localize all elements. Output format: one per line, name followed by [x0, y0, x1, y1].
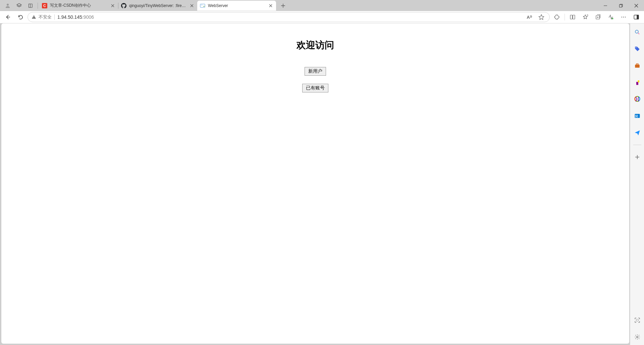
github-favicon-icon [121, 3, 126, 8]
new-user-button[interactable]: 新用户 [305, 67, 326, 76]
back-button[interactable] [2, 12, 13, 22]
favorite-icon[interactable] [537, 14, 546, 20]
profile-icon[interactable] [2, 0, 13, 11]
new-tab-button[interactable] [278, 1, 288, 11]
svg-point-11 [622, 17, 622, 17]
tab-title: WebServer [208, 3, 265, 8]
warning-icon [31, 14, 37, 20]
refresh-button[interactable] [15, 12, 26, 22]
page-heading: 欢迎访问 [1, 39, 629, 52]
office-icon[interactable] [632, 94, 643, 105]
svg-rect-7 [570, 15, 572, 19]
send-icon[interactable] [632, 127, 643, 138]
tab-title: 写文章-CSDN创作中心 [50, 3, 107, 8]
close-icon[interactable] [268, 3, 273, 8]
svg-rect-8 [573, 15, 575, 19]
split-screen-icon[interactable] [567, 12, 578, 22]
toolbox-icon[interactable] [632, 60, 643, 71]
read-aloud-icon[interactable]: A⁾⁾ [525, 15, 534, 20]
performance-icon[interactable] [605, 12, 616, 22]
games-icon[interactable] [632, 77, 643, 88]
sidebar [630, 23, 644, 345]
outlook-icon[interactable] [632, 111, 643, 121]
close-icon[interactable] [110, 3, 115, 8]
toolbar: 不安全 1.94.50.145:9006 A⁾⁾ [0, 11, 644, 23]
svg-point-0 [7, 4, 9, 6]
existing-account-button[interactable]: 已有账号 [302, 84, 328, 92]
close-icon[interactable] [189, 3, 195, 8]
favorites-icon[interactable] [580, 12, 591, 22]
tab-webserver[interactable]: WebServer [197, 1, 276, 11]
svg-point-17 [636, 47, 636, 48]
extensions-icon[interactable] [551, 12, 562, 22]
tab-github[interactable]: qinguoyi/TinyWebServer: :fire: Lin [118, 1, 197, 11]
page-viewport: 欢迎访问 新用户 已有账号 [1, 23, 629, 344]
page-content: 欢迎访问 新用户 已有账号 [1, 23, 629, 92]
svg-rect-2 [29, 4, 31, 7]
svg-point-10 [612, 18, 613, 19]
more-icon[interactable] [618, 12, 629, 22]
separator [54, 14, 55, 20]
csdn-favicon-icon: C [42, 3, 47, 8]
security-text: 不安全 [39, 14, 52, 20]
url-text: 1.94.50.145:9006 [57, 14, 522, 20]
close-window-button[interactable] [629, 0, 644, 11]
settings-icon[interactable] [632, 332, 643, 342]
minimize-button[interactable] [598, 0, 613, 11]
collections-icon[interactable] [592, 12, 604, 22]
separator [38, 3, 38, 9]
svg-point-12 [623, 17, 624, 17]
svg-rect-6 [620, 5, 622, 7]
svg-point-5 [202, 5, 203, 5]
search-icon[interactable] [632, 27, 643, 38]
separator [633, 145, 641, 145]
svg-rect-19 [636, 64, 638, 65]
webserver-favicon-icon [200, 3, 205, 8]
sidebar-toggle-icon[interactable] [631, 12, 642, 22]
shopping-tag-icon[interactable] [632, 44, 643, 54]
svg-rect-21 [638, 80, 639, 82]
svg-rect-3 [200, 4, 205, 7]
address-bar[interactable]: 不安全 1.94.50.145:9006 A⁾⁾ [28, 12, 550, 22]
svg-rect-15 [637, 15, 639, 19]
svg-point-4 [201, 5, 202, 5]
svg-point-13 [625, 17, 626, 17]
security-indicator[interactable]: 不安全 [31, 14, 52, 20]
tab-csdn[interactable]: C 写文章-CSDN创作中心 [39, 1, 118, 11]
separator [565, 14, 565, 20]
add-sidebar-icon[interactable] [632, 152, 643, 162]
svg-rect-18 [635, 65, 640, 68]
tab-actions-icon[interactable] [25, 0, 36, 11]
window-controls [598, 0, 644, 11]
titlebar: C 写文章-CSDN创作中心 qinguoyi/TinyWebServer: :… [0, 0, 644, 11]
maximize-button[interactable] [613, 0, 629, 11]
svg-point-16 [635, 30, 638, 33]
svg-rect-25 [636, 319, 638, 321]
workspaces-icon[interactable] [13, 0, 25, 11]
tab-title: qinguoyi/TinyWebServer: :fire: Lin [129, 3, 186, 8]
screenshot-icon[interactable] [632, 315, 643, 326]
svg-point-26 [636, 336, 638, 338]
